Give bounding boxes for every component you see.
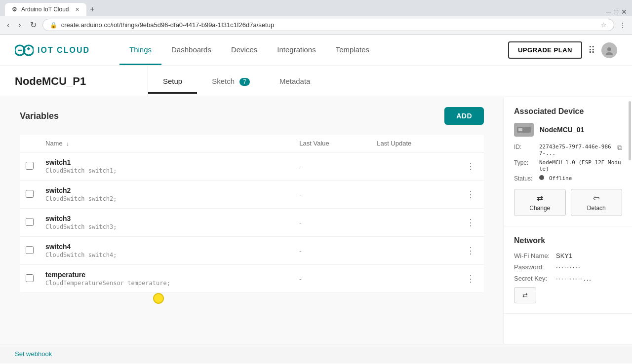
nav-templates[interactable]: Templates bbox=[326, 36, 379, 65]
secret-key-value: ··········... bbox=[556, 275, 592, 282]
table-row: switch4 CloudSwitch switch4; - ⋮ bbox=[20, 237, 484, 265]
nav-links: Things Dashboards Devices Integrations T… bbox=[119, 36, 508, 65]
variables-table: Name ↓ Last Value Last Update bbox=[20, 135, 484, 293]
change-device-button[interactable]: ⇄ Change bbox=[514, 189, 566, 216]
status-value: Offline bbox=[549, 175, 572, 182]
configure-network-button[interactable]: ⇄ bbox=[514, 287, 536, 303]
row-checkbox[interactable] bbox=[26, 246, 34, 254]
variables-section: Variables ADD Name ↓ Last Value Last Upd… bbox=[0, 97, 504, 344]
bottom-bar: Set webhook bbox=[0, 344, 632, 364]
grid-icon[interactable]: ⠿ bbox=[588, 44, 595, 56]
nav-integrations[interactable]: Integrations bbox=[267, 36, 325, 65]
checkbox-header bbox=[20, 135, 40, 152]
var-last-value: - bbox=[299, 163, 301, 170]
row-checkbox[interactable] bbox=[26, 190, 34, 198]
right-panel: Associated Device NodeMCU_01 ID: 22743e7… bbox=[504, 97, 632, 344]
svg-point-5 bbox=[607, 47, 611, 51]
password-value: ········· bbox=[556, 263, 581, 271]
change-icon: ⇄ bbox=[537, 193, 543, 203]
tab-metadata[interactable]: Metadata bbox=[265, 70, 325, 94]
copy-icon[interactable]: ⧉ bbox=[617, 144, 622, 152]
new-tab-button[interactable]: + bbox=[86, 3, 99, 16]
upgrade-button[interactable]: UPGRADE PLAN bbox=[508, 41, 582, 59]
maximize-button[interactable]: □ bbox=[614, 8, 618, 16]
last-value-column-header: Last Value bbox=[293, 135, 371, 152]
header-actions: UPGRADE PLAN ⠿ bbox=[508, 41, 617, 59]
device-icon bbox=[514, 123, 534, 137]
var-type: CloudSwitch switch3; bbox=[45, 223, 287, 230]
nav-dashboards[interactable]: Dashboards bbox=[161, 36, 221, 65]
var-type: CloudSwitch switch4; bbox=[45, 252, 287, 258]
bookmark-icon[interactable]: ☆ bbox=[601, 21, 607, 29]
network-section: Network Wi-Fi Name: SKY1 Password: ·····… bbox=[504, 226, 632, 314]
browser-actions: ⋮ bbox=[617, 20, 628, 30]
url-text: create.arduino.cc/iot/things/9eba5d96-df… bbox=[61, 21, 597, 29]
device-status-row: Status: Offline bbox=[514, 175, 622, 182]
var-type: CloudTemperatureSensor temperature; bbox=[45, 280, 287, 287]
minimize-button[interactable]: ─ bbox=[606, 8, 611, 16]
var-name: switch3 bbox=[45, 215, 287, 222]
close-button[interactable]: ✕ bbox=[621, 8, 627, 16]
tab-setup[interactable]: Setup bbox=[148, 70, 197, 94]
id-label: ID: bbox=[514, 144, 536, 150]
nav-things[interactable]: Things bbox=[119, 36, 161, 65]
back-button[interactable]: ‹ bbox=[4, 20, 12, 31]
variables-header: Variables ADD bbox=[20, 107, 484, 125]
type-label: Type: bbox=[514, 159, 536, 166]
scrollbar[interactable] bbox=[629, 101, 631, 160]
tab-title: Arduino IoT Cloud bbox=[21, 6, 69, 13]
table-row: temperature CloudTemperatureSensor tempe… bbox=[20, 265, 484, 293]
tab-sketch[interactable]: Sketch 7 bbox=[197, 70, 265, 94]
arduino-logo bbox=[15, 44, 34, 56]
row-checkbox[interactable] bbox=[26, 218, 34, 226]
browser-tab[interactable]: ⚙ Arduino IoT Cloud ✕ bbox=[5, 3, 86, 16]
nav-devices[interactable]: Devices bbox=[221, 36, 267, 65]
sketch-badge: 7 bbox=[239, 78, 250, 86]
device-actions: ⇄ Change ⇦ Detach bbox=[514, 189, 622, 216]
secret-key-row: Secret Key: ··········... bbox=[514, 275, 622, 282]
row-menu-button[interactable]: ⋮ bbox=[463, 188, 478, 200]
lock-icon: 🔒 bbox=[50, 22, 57, 29]
detach-device-button[interactable]: ⇦ Detach bbox=[571, 189, 623, 216]
svg-rect-8 bbox=[518, 128, 522, 131]
var-name: temperature bbox=[45, 271, 287, 279]
table-row: switch1 CloudSwitch switch1; - ⋮ bbox=[20, 152, 484, 181]
type-value: NodeMCU 1.0 (ESP-12E Module) bbox=[539, 159, 622, 172]
sort-arrow-icon: ↓ bbox=[66, 141, 69, 146]
set-webhook-link[interactable]: Set webhook bbox=[15, 350, 52, 358]
network-info: Wi-Fi Name: SKY1 Password: ········· Sec… bbox=[514, 252, 622, 282]
detach-icon: ⇦ bbox=[593, 193, 599, 203]
row-menu-button[interactable]: ⋮ bbox=[463, 273, 478, 285]
thing-title-area: NodeMCU_P1 bbox=[0, 66, 148, 97]
device-name-label: NodeMCU_01 bbox=[540, 126, 584, 134]
var-last-value: - bbox=[299, 191, 301, 198]
row-menu-button[interactable]: ⋮ bbox=[463, 217, 478, 228]
row-checkbox[interactable] bbox=[26, 274, 34, 282]
var-last-value: - bbox=[299, 219, 301, 226]
network-title: Network bbox=[514, 236, 622, 245]
add-variable-button[interactable]: ADD bbox=[444, 107, 484, 125]
logo-area: IOT CLOUD bbox=[15, 44, 90, 56]
row-menu-button[interactable]: ⋮ bbox=[463, 160, 478, 172]
user-avatar[interactable] bbox=[601, 42, 617, 58]
status-dot-icon bbox=[539, 175, 544, 180]
address-bar[interactable]: 🔒 create.arduino.cc/iot/things/9eba5d96-… bbox=[42, 19, 614, 31]
password-label: Password: bbox=[514, 263, 556, 271]
device-type-row: Type: NodeMCU 1.0 (ESP-12E Module) bbox=[514, 159, 622, 172]
extensions-button[interactable]: ⋮ bbox=[617, 20, 628, 30]
actions-column-header bbox=[457, 135, 484, 152]
var-name: switch1 bbox=[45, 158, 287, 166]
forward-button[interactable]: › bbox=[15, 20, 24, 31]
cursor-indicator bbox=[153, 293, 164, 304]
refresh-button[interactable]: ↻ bbox=[27, 19, 40, 31]
last-update-column-header: Last Update bbox=[371, 135, 457, 152]
row-checkbox[interactable] bbox=[26, 162, 34, 170]
var-type: CloudSwitch switch2; bbox=[45, 195, 287, 202]
tab-close-button[interactable]: ✕ bbox=[75, 6, 79, 13]
thing-header-row: NodeMCU_P1 Setup Sketch 7 Metadata bbox=[0, 66, 632, 97]
name-column-header[interactable]: Name ↓ bbox=[40, 135, 293, 152]
id-value: 22743e75-79f7-446e-9867-... bbox=[539, 144, 613, 156]
row-menu-button[interactable]: ⋮ bbox=[463, 245, 478, 256]
table-row: switch2 CloudSwitch switch2; - ⋮ bbox=[20, 181, 484, 209]
password-row: Password: ········· bbox=[514, 263, 622, 271]
